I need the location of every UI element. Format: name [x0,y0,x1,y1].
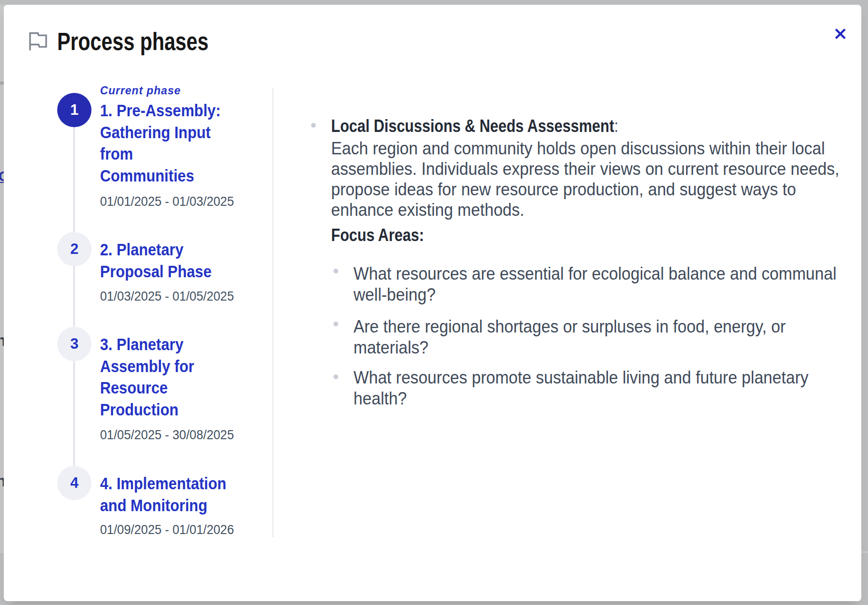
modal-title: Process phases [57,30,209,54]
bullet-icon [333,374,338,379]
phase-dates-1: 01/01/2025 - 01/03/2025 [100,193,234,210]
phase-dates-4: 01/09/2025 - 01/01/2026 [100,522,234,538]
focus-question-2: Are there regional shortages or surpluse… [353,316,786,358]
timeline-connector [73,110,75,483]
column-separator [273,88,273,537]
phase-dates-3: 01/05/2025 - 30/08/2025 [100,427,234,443]
bullet-icon [311,123,316,128]
flag-icon [28,32,47,50]
description-paragraph: Each region and community holds open dis… [331,138,839,220]
description-heading: Local Discussions & Needs Assessment: [331,116,618,136]
bullet-icon [333,269,338,273]
phase-step-2[interactable]: 2 [57,232,91,266]
phase-step-1[interactable]: 1 [57,93,91,127]
phase-step-4[interactable]: 4 [57,466,91,500]
process-phases-modal: Process phases 1 2 3 4 Current phase 1. … [4,5,861,601]
phase-dates-2: 01/03/2025 - 01/05/2025 [100,288,234,304]
close-icon[interactable] [833,26,848,41]
phase-title-1[interactable]: 1. Pre-Assembly: Gathering Input from Co… [100,100,221,186]
focus-question-1: What resources are essential for ecologi… [353,263,837,305]
phase-title-4[interactable]: 4. Implementation and Monitoring [100,473,226,516]
focus-areas-label: Focus Areas: [331,225,424,245]
phase-title-2[interactable]: 2. Planetary Proposal Phase [100,239,212,282]
phase-step-3[interactable]: 3 [57,327,91,361]
focus-question-3: What resources promote sustainable livin… [353,367,808,409]
bullet-icon [333,322,338,326]
description-heading-colon: : [614,116,618,136]
current-phase-label: Current phase [100,84,181,97]
phase-title-3[interactable]: 3. Planetary Assembly for Resource Produ… [100,333,194,420]
description-heading-strong: Local Discussions & Needs Assessment [331,116,614,136]
